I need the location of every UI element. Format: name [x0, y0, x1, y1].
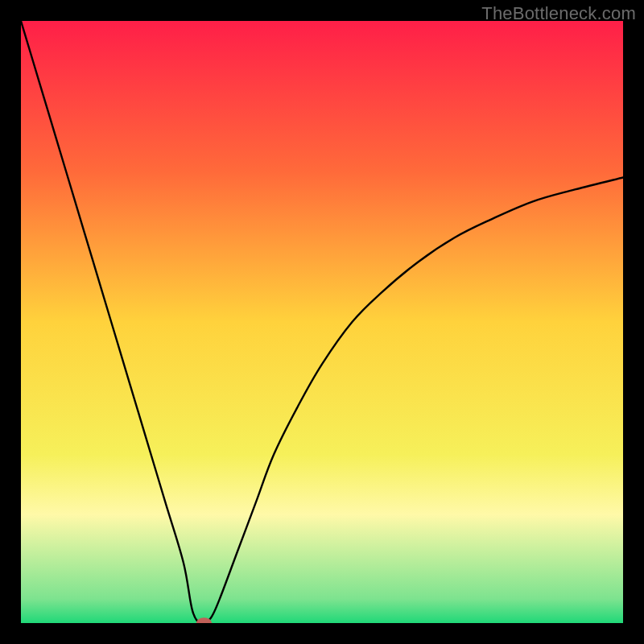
plot-area: [21, 21, 623, 623]
chart-frame: TheBottleneck.com: [0, 0, 644, 644]
chart-svg: [21, 21, 623, 623]
